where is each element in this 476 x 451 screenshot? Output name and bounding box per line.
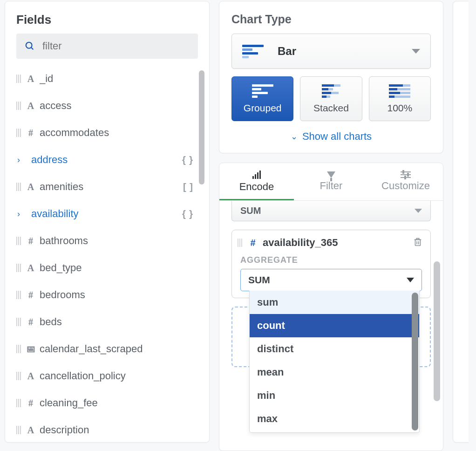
date-type-icon: 📅︎ bbox=[25, 344, 37, 355]
field-label: bedrooms bbox=[40, 289, 195, 301]
right-panel-sliver bbox=[453, 1, 469, 443]
drag-handle-icon[interactable] bbox=[16, 426, 21, 434]
number-type-icon: # bbox=[25, 128, 37, 138]
fields-list: A_idAaccess#accommodates›address{ }Aamen… bbox=[5, 65, 209, 442]
drag-handle-icon[interactable] bbox=[16, 399, 21, 407]
field-_id[interactable]: A_id bbox=[16, 65, 195, 92]
field-accommodates[interactable]: #accommodates bbox=[16, 119, 195, 146]
chevron-down-icon bbox=[412, 49, 420, 54]
field-label: _id bbox=[40, 73, 195, 85]
aggregate-option-distinct[interactable]: distinct bbox=[250, 337, 419, 361]
aggregate-option-count[interactable]: count bbox=[250, 314, 419, 337]
field-address[interactable]: ›address{ } bbox=[16, 146, 195, 173]
fields-filter[interactable] bbox=[16, 34, 198, 59]
stacked-bar-icon bbox=[322, 84, 340, 98]
drag-handle-icon[interactable] bbox=[16, 237, 21, 245]
drag-handle-icon[interactable] bbox=[238, 239, 242, 247]
aggregate-option-min[interactable]: min bbox=[250, 384, 419, 407]
object-braces-icon: { } bbox=[182, 209, 193, 219]
aggregate-option-mean[interactable]: mean bbox=[250, 361, 419, 384]
dropdown-scrollbar[interactable] bbox=[412, 293, 418, 430]
chevron-down-icon bbox=[407, 278, 414, 282]
drag-handle-icon[interactable] bbox=[16, 291, 21, 299]
field-availability[interactable]: ›availability{ } bbox=[16, 200, 195, 227]
grouped-bar-icon bbox=[252, 84, 273, 98]
subtype-100pct[interactable]: 100% bbox=[369, 76, 431, 121]
chart-subtype-row: GroupedStacked100% bbox=[231, 76, 431, 121]
text-type-icon: A bbox=[25, 425, 37, 436]
bar-chart-icon bbox=[242, 45, 264, 58]
chart-type-panel: Chart Type Bar GroupedStacked100% ⌄ Show… bbox=[219, 1, 443, 153]
text-type-icon: A bbox=[25, 101, 37, 111]
subtype-stacked[interactable]: Stacked bbox=[300, 76, 362, 121]
subtype-grouped[interactable]: Grouped bbox=[231, 76, 293, 121]
number-type-icon: # bbox=[25, 290, 37, 301]
fields-panel: Fields A_idAaccess#accommodates›address{… bbox=[5, 1, 210, 443]
field-label: beds bbox=[40, 316, 195, 328]
text-type-icon: A bbox=[25, 182, 37, 192]
drag-handle-icon[interactable] bbox=[16, 129, 21, 137]
aggregate-dropdown: sumcountdistinctmeanminmax bbox=[249, 291, 420, 433]
field-label: accommodates bbox=[40, 127, 195, 139]
tab-encode[interactable]: Encode bbox=[219, 163, 294, 200]
show-all-charts-link[interactable]: ⌄ Show all charts bbox=[231, 130, 431, 143]
encode-icon bbox=[252, 171, 261, 179]
drag-handle-icon[interactable] bbox=[16, 372, 21, 380]
tabs-row: EncodeFilterCustomize bbox=[219, 163, 443, 200]
field-beds[interactable]: #beds bbox=[16, 308, 195, 335]
fields-scrollbar[interactable] bbox=[199, 70, 204, 184]
tab-filter[interactable]: Filter bbox=[294, 163, 368, 200]
object-braces-icon: { } bbox=[182, 155, 193, 165]
chart-type-selected-label: Bar bbox=[278, 45, 296, 58]
chevron-right-icon: › bbox=[16, 209, 28, 219]
aggregate-option-max[interactable]: max bbox=[250, 407, 419, 430]
field-access[interactable]: Aaccess bbox=[16, 92, 195, 119]
text-type-icon: A bbox=[25, 371, 37, 382]
encode-body: SUM # availability_365 AGGREGATE SUM bbox=[219, 200, 443, 451]
aggregate-label: AGGREGATE bbox=[238, 255, 423, 265]
tab-label: Customize bbox=[381, 180, 430, 192]
drag-handle-icon[interactable] bbox=[16, 264, 21, 272]
drag-handle-icon[interactable] bbox=[16, 75, 21, 83]
aggregate-select[interactable]: SUM sumcountdistinctmeanminmax bbox=[240, 269, 422, 291]
subtype-label: Stacked bbox=[313, 102, 349, 114]
field-label: access bbox=[40, 100, 195, 112]
filter-icon bbox=[327, 171, 335, 178]
array-brackets-icon: [ ] bbox=[183, 182, 193, 192]
delete-encoding-button[interactable] bbox=[413, 237, 423, 249]
field-label: bed_type bbox=[40, 262, 195, 274]
aggregate-option-sum[interactable]: sum bbox=[250, 291, 419, 314]
field-label: description bbox=[40, 424, 195, 436]
chart-type-title: Chart Type bbox=[231, 13, 431, 26]
field-bed_type[interactable]: Abed_type bbox=[16, 254, 195, 281]
aggregate-select-collapsed[interactable]: SUM bbox=[231, 201, 431, 221]
chevron-down-icon: ⌄ bbox=[291, 131, 298, 142]
text-type-icon: A bbox=[25, 263, 37, 273]
drag-handle-icon[interactable] bbox=[16, 102, 21, 110]
drag-handle-icon[interactable] bbox=[16, 345, 21, 353]
hundred-pct-bar-icon bbox=[389, 84, 410, 98]
field-bedrooms[interactable]: #bedrooms bbox=[16, 281, 195, 308]
tab-customize[interactable]: Customize bbox=[368, 163, 443, 200]
field-bathrooms[interactable]: #bathrooms bbox=[16, 227, 195, 254]
field-cancellation_policy[interactable]: Acancellation_policy bbox=[16, 362, 195, 390]
fields-filter-input[interactable] bbox=[42, 40, 190, 52]
drag-handle-icon[interactable] bbox=[16, 318, 21, 326]
chevron-right-icon: › bbox=[16, 155, 28, 165]
svg-rect-2 bbox=[415, 239, 421, 246]
encode-panel: EncodeFilterCustomize SUM # availability… bbox=[219, 163, 443, 451]
field-label: bathrooms bbox=[40, 235, 195, 247]
chart-type-select[interactable]: Bar bbox=[231, 34, 431, 69]
field-calendar_last_scraped[interactable]: 📅︎calendar_last_scraped bbox=[16, 335, 195, 362]
number-type-icon: # bbox=[247, 238, 259, 248]
number-type-icon: # bbox=[25, 236, 37, 246]
field-label: amenities bbox=[40, 181, 180, 193]
field-amenities[interactable]: Aamenities[ ] bbox=[16, 173, 195, 200]
field-label: address bbox=[31, 154, 179, 166]
number-type-icon: # bbox=[25, 317, 37, 328]
encode-scrollbar[interactable] bbox=[434, 261, 440, 401]
field-cleaning_fee[interactable]: #cleaning_fee bbox=[16, 390, 195, 417]
drag-handle-icon[interactable] bbox=[16, 183, 21, 191]
customize-icon bbox=[401, 171, 411, 178]
field-description[interactable]: Adescription bbox=[16, 417, 195, 442]
